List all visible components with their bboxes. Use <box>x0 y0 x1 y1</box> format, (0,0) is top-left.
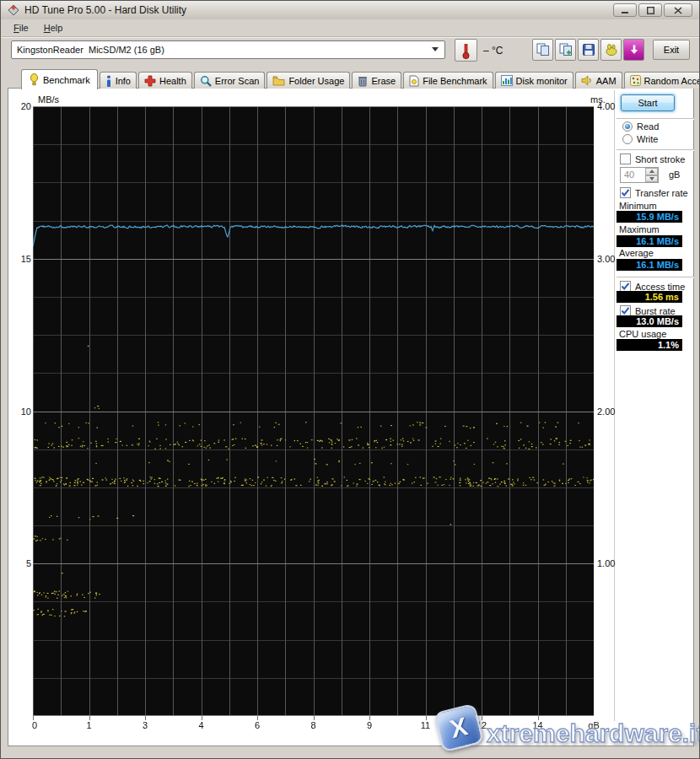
tab-benchmark[interactable]: Benchmark <box>21 69 98 89</box>
tab-label: File Benchmark <box>423 76 487 86</box>
temperature-button[interactable] <box>455 39 477 62</box>
check-icon <box>621 306 630 315</box>
minimum-value: 15.9 MB/s <box>617 211 682 223</box>
temperature-readout: – °C <box>483 45 503 57</box>
stepper-down-button[interactable] <box>645 175 658 183</box>
tab-label: Folder Usage <box>288 76 344 86</box>
benchmark-chart <box>33 106 594 723</box>
trash-icon <box>358 75 368 87</box>
tab-disk-monitor[interactable]: Disk monitor <box>495 72 573 89</box>
y-right-axis-label: 2.00 <box>597 406 615 417</box>
window-title: HD Tune Pro 5.00 - Hard Disk Utility <box>24 4 186 16</box>
maximum-label: Maximum <box>619 224 660 234</box>
menu-file[interactable]: File <box>13 23 29 33</box>
tools-icon <box>605 43 618 57</box>
bar-chart-icon <box>501 75 513 86</box>
tab-health[interactable]: Health <box>138 72 192 89</box>
info-icon <box>105 75 112 87</box>
tab-folder-usage[interactable]: Folder Usage <box>267 72 350 89</box>
minimize-icon <box>622 7 629 14</box>
tab-file-benchmark[interactable]: File Benchmark <box>403 72 493 89</box>
red-cross-icon <box>144 75 156 87</box>
write-label: Write <box>637 134 658 144</box>
stepper-up-button[interactable] <box>645 168 658 175</box>
minimum-label: Minimum <box>619 201 657 211</box>
y-right-axis-label: 4.00 <box>597 101 615 111</box>
menu-help[interactable]: Help <box>44 23 63 33</box>
average-value: 16.1 MB/s <box>617 259 682 271</box>
watermark-text: xtremehardware.it <box>487 719 700 748</box>
access-time-label: Access time <box>635 282 685 292</box>
short-stroke-label: Short stroke <box>635 154 685 164</box>
x-axis-label: 4 <box>198 720 203 730</box>
y-right-axis-label: 3.00 <box>597 254 615 264</box>
tab-aam[interactable]: AAM <box>575 72 622 89</box>
start-button[interactable]: Start <box>621 94 675 111</box>
short-stroke-checkbox[interactable] <box>620 153 631 164</box>
tab-label: Erase <box>371 76 396 86</box>
speaker-icon <box>581 75 593 86</box>
panel-separator <box>617 277 694 278</box>
access-time-value: 1.56 ms <box>617 291 682 303</box>
y-left-axis-label: 20 <box>6 101 31 111</box>
panel-separator <box>617 118 694 120</box>
magnifier-icon <box>200 75 212 87</box>
transfer-rate-checkbox[interactable] <box>620 187 631 198</box>
y-right-axis-label: 1.00 <box>597 558 615 568</box>
write-radio[interactable] <box>622 134 633 144</box>
minimize-button[interactable] <box>613 3 637 17</box>
thermometer-icon <box>461 41 471 60</box>
tab-erase[interactable]: Erase <box>352 72 401 89</box>
read-radio[interactable] <box>622 121 633 132</box>
average-label: Average <box>619 248 654 258</box>
tab-error-scan[interactable]: Error Scan <box>194 72 266 89</box>
write-radio-row: Write <box>622 134 658 144</box>
x-axis-label: 6 <box>255 720 260 730</box>
download-button[interactable] <box>623 39 644 61</box>
tab-label: AAM <box>596 76 617 86</box>
app-window: HD Tune Pro 5.00 - Hard Disk Utility Fil… <box>0 0 700 759</box>
transfer-rate-row: Transfer rate <box>620 187 688 198</box>
maximum-value: 16.1 MB/s <box>617 235 682 247</box>
close-button[interactable] <box>664 3 692 17</box>
menu-bar: File Help <box>2 19 700 36</box>
stroke-size-value: 40 <box>621 168 645 182</box>
copy-screenshot-button[interactable] <box>532 39 553 61</box>
x-axis-label: 3 <box>143 720 148 730</box>
caption-buttons <box>613 3 692 17</box>
tab-random-access[interactable]: Random Access <box>624 72 700 89</box>
maximize-button[interactable] <box>638 3 662 17</box>
y-left-axis-unit: MB/s <box>38 94 59 105</box>
copy-screenshot-icon <box>536 43 550 57</box>
tab-label: Random Access <box>644 76 700 86</box>
exit-button[interactable]: Exit <box>653 40 690 60</box>
maximize-icon <box>647 7 654 14</box>
toolbar-buttons <box>532 39 644 61</box>
burst-rate-value: 13.0 MB/s <box>617 315 682 327</box>
x-axis-label: 9 <box>367 720 372 730</box>
burst-rate-label: Burst rate <box>635 306 676 316</box>
tab-label: Health <box>159 76 186 86</box>
tools-button[interactable] <box>600 39 622 61</box>
x-axis-label: 0 <box>32 720 37 730</box>
x-axis-label: 8 <box>310 720 315 730</box>
stroke-size-stepper[interactable]: 40 <box>620 167 659 183</box>
save-button[interactable] <box>578 39 599 61</box>
copy-add-icon <box>559 43 573 57</box>
tab-label: Benchmark <box>43 75 90 85</box>
x-axis-label: 11 <box>421 720 430 730</box>
check-icon <box>621 282 630 291</box>
copy-add-button[interactable] <box>555 39 576 61</box>
folder-icon <box>272 75 285 86</box>
tab-info[interactable]: Info <box>100 72 137 89</box>
toolbar: KingstonReader MicSD/M2 (16 gB) – °C <box>1 38 699 67</box>
check-icon <box>621 188 630 197</box>
device-select-value: KingstonReader MicSD/M2 (16 gB) <box>17 45 428 55</box>
device-select[interactable]: KingstonReader MicSD/M2 (16 gB) <box>11 40 445 59</box>
read-label: Read <box>637 121 659 132</box>
download-icon <box>629 45 639 55</box>
y-left-axis-label: 15 <box>6 254 31 264</box>
panel-separator <box>617 149 694 151</box>
watermark: X xtremehardware.it <box>438 708 700 748</box>
title-bar[interactable]: HD Tune Pro 5.00 - Hard Disk Utility <box>1 1 699 19</box>
